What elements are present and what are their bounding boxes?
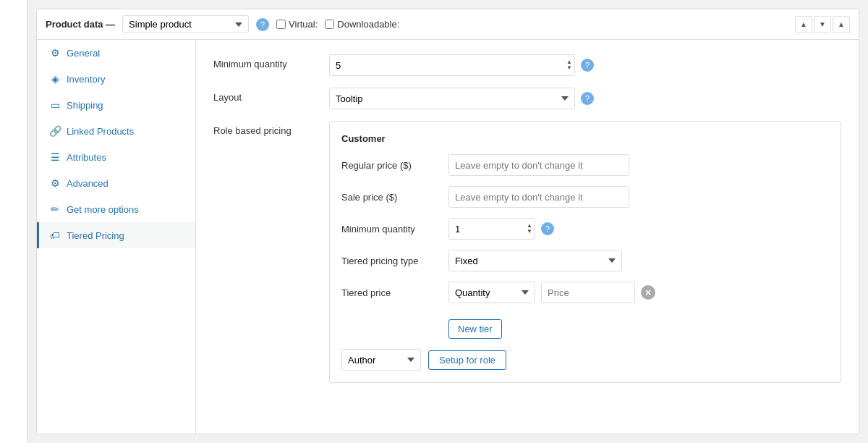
- layout-row: Layout Tooltip Table List ?: [213, 88, 841, 109]
- attributes-icon: ☰: [49, 151, 61, 163]
- new-tier-btn[interactable]: New tier: [448, 319, 502, 339]
- minimum-quantity-label: Minimum quantity: [213, 54, 329, 69]
- get-more-options-icon: ✏: [49, 203, 61, 215]
- sidebar-item-get-more-options-label: Get more options: [67, 204, 139, 215]
- downloadable-checkbox[interactable]: [325, 20, 334, 29]
- sidebar-item-inventory-label: Inventory: [67, 74, 105, 85]
- virtual-checkbox[interactable]: [276, 20, 286, 29]
- sidebar-item-inventory[interactable]: ◈ Inventory: [37, 66, 195, 92]
- product-data-title: Product data —: [46, 19, 115, 30]
- role-qty-spinner-down[interactable]: ▼: [525, 229, 534, 235]
- left-sidebar-bar: [0, 0, 27, 443]
- tiered-price-qty-select[interactable]: Quantity Custom: [448, 282, 535, 303]
- tiered-price-row: Tiered price Quantity Custom ×: [341, 282, 829, 303]
- tiered-pricing-type-row: Tiered pricing type Fixed Percentage Dis…: [341, 250, 829, 271]
- arrow-up-btn[interactable]: ▲: [795, 16, 812, 33]
- role-qty-spinners: ▲ ▼: [525, 218, 534, 240]
- tiered-pricing-type-label: Tiered pricing type: [341, 256, 443, 266]
- minimum-quantity-input[interactable]: [329, 54, 575, 76]
- new-tier-wrap: New tier: [448, 313, 829, 339]
- role-based-pricing-row: Role based pricing Customer Regular pric…: [213, 121, 841, 383]
- setup-for-role-btn[interactable]: Setup for role: [428, 350, 506, 370]
- arrow-down-btn[interactable]: ▼: [814, 16, 831, 33]
- advanced-icon: ⚙: [49, 177, 61, 189]
- sale-price-row: Sale price ($): [341, 186, 829, 208]
- product-data-box: Product data — Simple product Variable p…: [36, 9, 859, 434]
- linked-products-icon: 🔗: [49, 125, 61, 137]
- layout-control: Tooltip Table List ?: [329, 88, 841, 109]
- bottom-row: Author Editor Subscriber Shop Manager Se…: [341, 349, 829, 371]
- product-type-help-icon[interactable]: ?: [256, 18, 269, 31]
- sidebar-item-advanced-label: Advanced: [67, 178, 109, 189]
- role-minimum-quantity-row: Minimum quantity ▲ ▼ ?: [341, 218, 829, 240]
- sidebar-item-advanced[interactable]: ⚙ Advanced: [37, 170, 195, 196]
- role-minimum-quantity-input[interactable]: [448, 218, 535, 240]
- regular-price-row: Regular price ($): [341, 154, 829, 176]
- sidebar-item-shipping[interactable]: ▭ Shipping: [37, 92, 195, 118]
- sidebar-item-attributes-label: Attributes: [67, 152, 106, 163]
- header-arrows: ▲ ▼ ▲: [795, 16, 850, 33]
- product-data-body: ⚙ General ◈ Inventory ▭ Shipping 🔗 Linke…: [37, 40, 859, 434]
- layout-help-icon[interactable]: ?: [581, 92, 594, 105]
- role-based-pricing-label: Role based pricing: [213, 121, 329, 136]
- sidebar-item-shipping-label: Shipping: [67, 100, 103, 111]
- layout-label: Layout: [213, 88, 329, 103]
- sidebar-item-linked-products-label: Linked Products: [67, 126, 134, 137]
- tiered-pricing-icon: 🏷: [49, 229, 61, 241]
- sale-price-input[interactable]: [448, 186, 629, 208]
- minimum-quantity-help-icon[interactable]: ?: [581, 59, 594, 72]
- sidebar-item-get-more-options[interactable]: ✏ Get more options: [37, 196, 195, 222]
- qty-spinner-down[interactable]: ▼: [565, 65, 574, 71]
- tiered-price-input[interactable]: [541, 282, 635, 303]
- remove-tier-btn[interactable]: ×: [641, 285, 655, 300]
- minimum-quantity-spinners: ▲ ▼: [565, 54, 574, 76]
- sidebar-item-tiered-pricing-label: Tiered Pricing: [67, 230, 124, 241]
- author-select[interactable]: Author Editor Subscriber Shop Manager: [341, 349, 421, 371]
- general-icon: ⚙: [49, 47, 61, 59]
- role-minimum-quantity-input-wrap: ▲ ▼: [448, 218, 535, 240]
- regular-price-label: Regular price ($): [341, 160, 443, 171]
- minimum-quantity-control: ▲ ▼ ?: [329, 54, 841, 76]
- role-pricing-section: Customer Regular price ($) Sale price ($…: [329, 121, 841, 383]
- product-data-header: Product data — Simple product Variable p…: [37, 9, 859, 40]
- tiered-pricing-type-select[interactable]: Fixed Percentage Discount: [448, 250, 622, 271]
- regular-price-input[interactable]: [448, 154, 629, 176]
- product-type-select[interactable]: Simple product Variable product Grouped …: [122, 15, 249, 33]
- sale-price-label: Sale price ($): [341, 192, 443, 203]
- tiered-price-label: Tiered price: [341, 287, 443, 298]
- sidebar-item-attributes[interactable]: ☰ Attributes: [37, 144, 195, 170]
- shipping-icon: ▭: [49, 99, 61, 111]
- sidebar-item-general[interactable]: ⚙ General: [37, 40, 195, 66]
- downloadable-label[interactable]: Downloadable:: [325, 19, 399, 30]
- sidebar-item-tiered-pricing[interactable]: 🏷 Tiered Pricing: [37, 222, 195, 248]
- arrow-collapse-btn[interactable]: ▲: [833, 16, 850, 33]
- content-area: Minimum quantity ▲ ▼ ?: [196, 40, 859, 434]
- minimum-quantity-row: Minimum quantity ▲ ▼ ?: [213, 54, 841, 76]
- role-minimum-quantity-label: Minimum quantity: [341, 224, 443, 235]
- role-minimum-qty-help-icon[interactable]: ?: [541, 222, 554, 235]
- role-pricing-full: Customer Regular price ($) Sale price ($…: [329, 121, 841, 383]
- sidebar-item-linked-products[interactable]: 🔗 Linked Products: [37, 118, 195, 144]
- sidebar-item-general-label: General: [67, 48, 100, 59]
- inventory-icon: ◈: [49, 73, 61, 85]
- layout-select[interactable]: Tooltip Table List: [329, 88, 575, 109]
- sidebar: ⚙ General ◈ Inventory ▭ Shipping 🔗 Linke…: [37, 40, 196, 434]
- virtual-label[interactable]: Virtual:: [276, 19, 318, 30]
- tiered-price-controls: Quantity Custom ×: [448, 282, 655, 303]
- minimum-quantity-input-wrap: ▲ ▼: [329, 54, 575, 76]
- main-panel: Product data — Simple product Variable p…: [27, 0, 868, 443]
- role-section-title: Customer: [341, 133, 829, 144]
